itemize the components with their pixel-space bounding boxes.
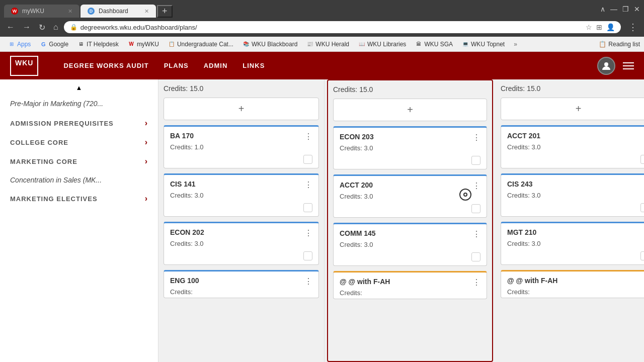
- cis141-more-icon[interactable]: ⋮: [304, 180, 312, 190]
- address-bar[interactable]: 🔒 degreeworks.wku.edu/Dashboard/plans/ ☆…: [64, 21, 621, 33]
- home-button[interactable]: ⌂: [51, 22, 61, 33]
- reading-list-icon: 📋: [599, 41, 606, 48]
- course-card-cis243: CIS 243 ⋮ Credits: 3.0: [501, 173, 644, 217]
- wku-header: WKU DEGREE WORKS AUDIT PLANS ADMIN LINKS: [0, 52, 644, 79]
- minimize-icon[interactable]: —: [610, 5, 617, 13]
- acct200-header: ACCT 200 ⋮: [334, 176, 487, 193]
- marketing-core-chevron: ›: [145, 157, 148, 166]
- bookmark-star-icon[interactable]: ☆: [586, 23, 592, 31]
- marketing-core-section[interactable]: MARKETING CORE ›: [0, 152, 158, 171]
- tab-dashboard[interactable]: D Dashboard ✕: [80, 5, 156, 18]
- tab-mywku[interactable]: W myWKU ✕: [4, 5, 79, 18]
- bookmark-libraries[interactable]: 📖 WKU Libraries: [354, 39, 410, 49]
- comm145-more-icon[interactable]: ⋮: [472, 229, 480, 239]
- bookmark-libraries-label: WKU Libraries: [367, 41, 406, 48]
- cis243-credits: Credits: 3.0: [501, 192, 644, 201]
- acct200-more-icon[interactable]: ⋮: [472, 181, 480, 191]
- cis243-more-icon[interactable]: ⋮: [641, 180, 644, 190]
- back-button[interactable]: ←: [4, 22, 17, 33]
- acct201-checkbox[interactable]: [640, 155, 644, 164]
- fah-col3-code: @ @ with F-AH: [507, 277, 557, 285]
- concentration-item[interactable]: Concentration in Sales (MK...: [0, 171, 158, 189]
- person-icon[interactable]: 👤: [606, 23, 615, 31]
- sidebar: ▲ Pre-Major in Marketing (720... ADMISSI…: [0, 79, 158, 362]
- acct201-credits: Credits: 3.0: [501, 143, 644, 153]
- close-icon[interactable]: ✕: [634, 5, 640, 13]
- tab-close-mywku[interactable]: ✕: [68, 8, 72, 15]
- bookmark-mywku[interactable]: W myWKU: [124, 39, 163, 49]
- econ202-more-icon[interactable]: ⋮: [304, 228, 312, 238]
- wku-logo[interactable]: WKU: [10, 56, 38, 76]
- col3-add-course-button[interactable]: +: [501, 98, 644, 120]
- cis243-checkbox[interactable]: [640, 203, 644, 212]
- fah-col3-more-icon[interactable]: ⋮: [641, 277, 644, 286]
- col2-credits-label: Credits:: [333, 85, 359, 94]
- course-card-fah-col2: @ @ with F-AH ⋮ Credits:: [333, 271, 487, 299]
- ugcat-icon: 📋: [168, 41, 175, 48]
- bookmark-it[interactable]: 🖥 IT Helpdesk: [73, 39, 123, 49]
- col2-add-course-button[interactable]: +: [333, 99, 487, 121]
- comm145-checkbox[interactable]: [471, 252, 480, 261]
- acct200-checkbox[interactable]: [471, 204, 480, 213]
- bookmarks-bar: ⊞ Apps G Google 🖥 IT Helpdesk W myWKU 📋 …: [0, 37, 644, 52]
- tab-close-dashboard[interactable]: ✕: [144, 8, 149, 15]
- pre-major-item[interactable]: Pre-Major in Marketing (720...: [0, 94, 158, 114]
- bookmark-sga[interactable]: 🏛 WKU SGA: [411, 39, 457, 49]
- plan-column-3: Credits: 15.0 + ACCT 201 ⋮ Credits: 3.0 …: [496, 79, 644, 362]
- address-text: degreeworks.wku.edu/Dashboard/plans/: [80, 24, 583, 31]
- maximize-icon[interactable]: ❐: [622, 5, 629, 13]
- user-avatar[interactable]: [597, 57, 615, 75]
- econ202-credits: Credits: 3.0: [164, 240, 318, 249]
- nav-links[interactable]: LINKS: [243, 62, 265, 69]
- econ202-footer: [164, 249, 318, 264]
- course-card-comm145: COMM 145 ⋮ Credits: 3.0: [333, 223, 487, 266]
- reload-button[interactable]: ↻: [36, 22, 48, 33]
- ba170-more-icon[interactable]: ⋮: [304, 132, 312, 141]
- nav-audit[interactable]: DEGREE WORKS AUDIT: [63, 62, 148, 69]
- nav-admin[interactable]: ADMIN: [204, 62, 228, 69]
- forward-button[interactable]: →: [20, 22, 33, 33]
- econ202-checkbox[interactable]: [303, 251, 312, 260]
- bookmark-blackboard-label: WKU Blackboard: [252, 41, 297, 48]
- econ203-checkbox[interactable]: [471, 156, 480, 165]
- bookmark-herald[interactable]: 📰 WKU Herald: [302, 39, 353, 49]
- marketing-electives-section[interactable]: Marketing Electives ›: [0, 189, 158, 208]
- cis141-checkbox[interactable]: [303, 203, 312, 212]
- ba170-checkbox[interactable]: [303, 155, 312, 164]
- mgt210-more-icon[interactable]: ⋮: [641, 228, 644, 238]
- bookmark-topnet[interactable]: 💻 WKU Topnet: [458, 39, 509, 49]
- col3-credits: Credits: 15.0: [501, 82, 644, 98]
- reading-list[interactable]: 📋 Reading list: [599, 41, 640, 48]
- bookmark-more[interactable]: »: [510, 39, 521, 49]
- bookmark-apps[interactable]: ⊞ Apps: [4, 39, 35, 49]
- comm145-credits: Credits: 3.0: [334, 241, 487, 250]
- bookmark-google[interactable]: G Google: [36, 39, 72, 49]
- course-card-econ203: ECON 203 ⋮ Credits: 3.0: [333, 126, 487, 169]
- hamburger-menu[interactable]: [623, 62, 634, 69]
- col1-credits-label: Credits:: [164, 84, 190, 93]
- address-bar-row: ← → ↻ ⌂ 🔒 degreeworks.wku.edu/Dashboard/…: [0, 18, 644, 37]
- bookmark-ugcat[interactable]: 📋 Undergraduate Cat...: [164, 39, 237, 49]
- extension-icon[interactable]: ⊞: [596, 23, 602, 31]
- bookmark-ugcat-label: Undergraduate Cat...: [177, 41, 233, 48]
- tab-icon-mywku: W: [11, 8, 18, 15]
- course-card-acct200: ACCT 200 ⋮ Credits: 3.0: [333, 174, 487, 218]
- bookmark-blackboard[interactable]: 📚 WKU Blackboard: [238, 39, 301, 49]
- fah-col2-more-icon[interactable]: ⋮: [472, 278, 480, 287]
- new-tab-button[interactable]: +: [157, 5, 173, 18]
- econ203-more-icon[interactable]: ⋮: [472, 133, 480, 142]
- eng100-more-icon[interactable]: ⋮: [304, 277, 312, 286]
- college-core-section[interactable]: COLLEGE CORE ›: [0, 133, 158, 152]
- browser-chrome: W myWKU ✕ D Dashboard ✕ + ∧ — ❐ ✕: [0, 0, 644, 18]
- cis243-header: CIS 243 ⋮: [501, 175, 644, 192]
- mgt210-checkbox[interactable]: [640, 251, 644, 260]
- comm145-header: COMM 145 ⋮: [334, 224, 487, 241]
- scroll-up-button[interactable]: ▲: [0, 82, 158, 94]
- browser-more-button[interactable]: ⋮: [626, 21, 640, 34]
- acct201-more-icon[interactable]: ⋮: [641, 132, 644, 141]
- admission-prereqs-section[interactable]: ADMISSION PREREQUISITES ›: [0, 114, 158, 133]
- cis141-credits: Credits: 3.0: [164, 192, 318, 201]
- nav-plans[interactable]: PLANS: [164, 62, 189, 69]
- svg-point-0: [604, 62, 608, 66]
- col1-add-course-button[interactable]: +: [164, 98, 319, 120]
